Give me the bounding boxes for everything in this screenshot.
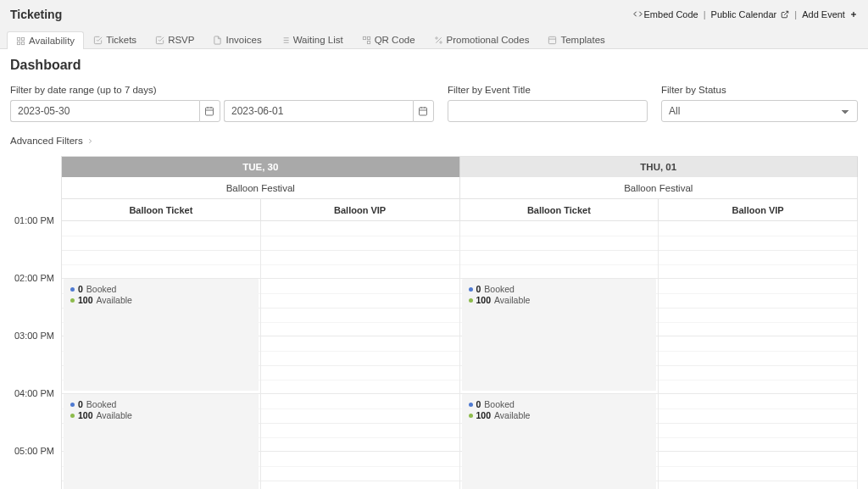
date-from-input[interactable] bbox=[10, 100, 199, 122]
svg-rect-3 bbox=[17, 37, 19, 40]
hour-label: 05:00 PM bbox=[10, 446, 61, 489]
tab-label: Waiting List bbox=[293, 35, 343, 45]
embed-code-link[interactable]: Embed Code bbox=[633, 9, 698, 19]
available-label: Available bbox=[494, 295, 530, 306]
booked-count: 0 bbox=[78, 399, 83, 410]
tab-rsvp[interactable]: RSVP bbox=[146, 31, 203, 48]
date-filter-label: Filter by date range (up to 7 days) bbox=[10, 85, 434, 95]
checklist-icon bbox=[155, 36, 164, 45]
advanced-filters-toggle[interactable]: Advanced Filters bbox=[10, 136, 94, 146]
tab-label: Templates bbox=[560, 35, 604, 45]
tab-invoices[interactable]: Invoices bbox=[203, 31, 270, 48]
date-to-input[interactable] bbox=[224, 100, 413, 122]
available-dot bbox=[70, 298, 75, 303]
event-name: Balloon Festival bbox=[460, 177, 859, 199]
ticket-type-header: Balloon VIP bbox=[659, 199, 858, 221]
tab-templates[interactable]: Templates bbox=[538, 31, 614, 48]
booked-dot bbox=[469, 287, 473, 292]
booked-label: Booked bbox=[86, 399, 117, 410]
available-label: Available bbox=[97, 295, 132, 306]
day-header: TUE, 30 bbox=[62, 157, 460, 177]
available-dot bbox=[469, 414, 473, 418]
hour-label: 01:00 PM bbox=[10, 215, 61, 273]
available-count: 100 bbox=[78, 295, 93, 306]
header-actions: Embed Code | Public Calendar | Add Event bbox=[633, 9, 858, 19]
availability-block[interactable]: 0 Booked100 Available bbox=[64, 394, 259, 489]
booked-dot bbox=[469, 403, 473, 407]
public-calendar-link[interactable]: Public Calendar bbox=[711, 9, 790, 19]
calendar-column: 0 Booked100 Available0 Booked100 Availab… bbox=[460, 221, 659, 489]
svg-point-18 bbox=[439, 41, 441, 42]
layout-icon bbox=[548, 36, 557, 45]
availability-block[interactable]: 0 Booked100 Available bbox=[462, 394, 657, 489]
hour-label: 04:00 PM bbox=[10, 388, 61, 446]
tab-label: Invoices bbox=[225, 35, 261, 45]
booked-count: 0 bbox=[476, 284, 481, 295]
available-dot bbox=[469, 298, 473, 303]
svg-rect-21 bbox=[206, 108, 214, 115]
svg-rect-6 bbox=[21, 42, 24, 44]
tab-label: RSVP bbox=[168, 35, 194, 45]
available-dot bbox=[70, 414, 75, 418]
embed-code-label: Embed Code bbox=[644, 9, 698, 19]
tab-availability[interactable]: Availability bbox=[7, 31, 84, 49]
chevron-right-icon bbox=[86, 137, 94, 145]
qr-icon bbox=[362, 36, 371, 45]
calendar-column: 0 Booked100 Available0 Booked100 Availab… bbox=[62, 221, 261, 489]
tab-label: Tickets bbox=[106, 35, 136, 45]
svg-rect-19 bbox=[549, 36, 556, 43]
calendar-column bbox=[659, 221, 858, 489]
availability-block[interactable]: 0 Booked100 Available bbox=[462, 279, 657, 391]
booked-label: Booked bbox=[484, 284, 515, 295]
title-filter-label: Filter by Event Title bbox=[448, 85, 648, 95]
calendar-icon[interactable] bbox=[199, 100, 220, 122]
available-count: 100 bbox=[476, 295, 492, 306]
add-event-label: Add Event bbox=[802, 9, 845, 19]
add-event-link[interactable]: Add Event bbox=[802, 9, 858, 19]
status-select[interactable]: All bbox=[661, 100, 858, 122]
hour-label: 02:00 PM bbox=[10, 273, 61, 331]
svg-rect-5 bbox=[17, 42, 19, 44]
svg-point-17 bbox=[435, 36, 437, 38]
status-filter-label: Filter by Status bbox=[661, 85, 858, 95]
time-axis: 01:00 PM 02:00 PM 03:00 PM 04:00 PM 05:0… bbox=[10, 156, 61, 489]
list-icon bbox=[281, 36, 290, 45]
booked-dot bbox=[70, 287, 75, 292]
event-name: Balloon Festival bbox=[62, 177, 460, 199]
available-count: 100 bbox=[78, 410, 93, 421]
svg-rect-14 bbox=[367, 41, 370, 43]
svg-rect-13 bbox=[363, 36, 365, 39]
separator: | bbox=[702, 9, 708, 19]
booked-label: Booked bbox=[484, 399, 515, 410]
grid-icon bbox=[16, 36, 25, 46]
tab-label: QR Code bbox=[375, 35, 415, 45]
available-count: 100 bbox=[476, 410, 492, 421]
percent-icon bbox=[434, 36, 443, 45]
available-label: Available bbox=[494, 410, 530, 421]
advanced-filters-label: Advanced Filters bbox=[10, 136, 83, 146]
tab-qr-code[interactable]: QR Code bbox=[353, 31, 425, 48]
booked-count: 0 bbox=[476, 399, 481, 410]
svg-rect-15 bbox=[367, 36, 370, 39]
event-title-input[interactable] bbox=[448, 100, 648, 122]
booked-dot bbox=[70, 403, 75, 407]
tab-tickets[interactable]: Tickets bbox=[84, 31, 146, 48]
calendar-grid[interactable]: TUE, 30 THU, 01 Balloon Festival Balloon… bbox=[61, 156, 858, 489]
dashboard-heading: Dashboard bbox=[10, 58, 858, 73]
calendar-icon[interactable] bbox=[413, 100, 434, 122]
file-icon bbox=[213, 36, 222, 45]
availability-block[interactable]: 0 Booked100 Available bbox=[64, 279, 259, 391]
tab-label: Promotional Codes bbox=[447, 35, 530, 45]
svg-line-0 bbox=[784, 11, 788, 15]
tab-promo-codes[interactable]: Promotional Codes bbox=[425, 31, 539, 48]
booked-count: 0 bbox=[78, 284, 83, 295]
tab-bar: Availability Tickets RSVP Invoices Waiti… bbox=[0, 29, 868, 49]
hour-label: 03:00 PM bbox=[10, 331, 61, 388]
public-calendar-label: Public Calendar bbox=[711, 9, 777, 19]
tab-waiting-list[interactable]: Waiting List bbox=[271, 31, 353, 48]
tab-label: Availability bbox=[29, 36, 75, 46]
page-title: Ticketing bbox=[10, 8, 633, 21]
ticket-type-header: Balloon VIP bbox=[261, 199, 460, 221]
available-label: Available bbox=[97, 410, 132, 421]
day-header: THU, 01 bbox=[460, 157, 859, 177]
